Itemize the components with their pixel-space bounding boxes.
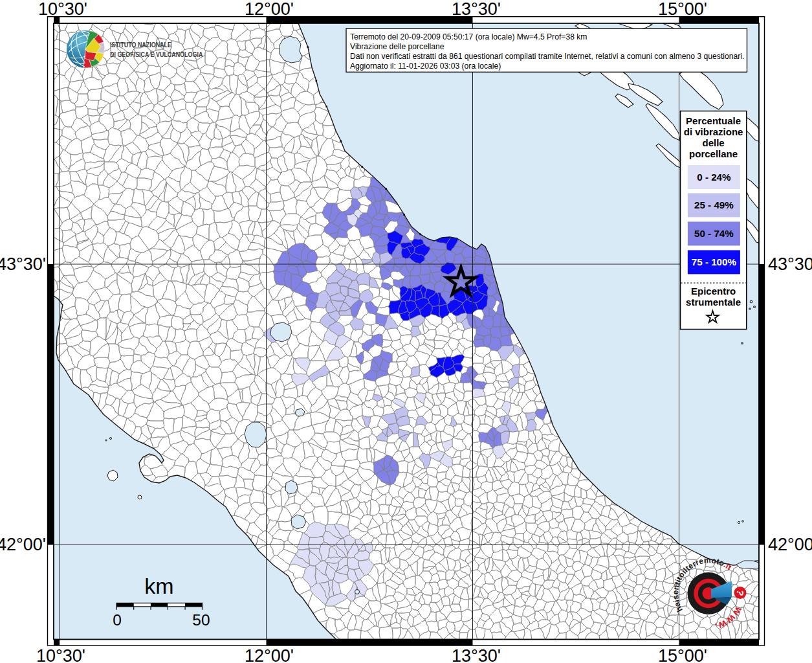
svg-text:0: 0	[113, 611, 122, 629]
svg-text:15°00': 15°00'	[658, 646, 707, 663]
svg-text:43°30': 43°30'	[0, 254, 46, 274]
svg-text:Epicentro: Epicentro	[691, 286, 736, 297]
svg-text:42°00': 42°00'	[768, 535, 812, 554]
svg-text:25 - 49%: 25 - 49%	[694, 199, 734, 210]
svg-text:43°30': 43°30'	[768, 254, 812, 274]
svg-text:Vibrazione delle porcellane: Vibrazione delle porcellane	[350, 42, 444, 51]
svg-text:delle: delle	[703, 137, 725, 148]
svg-text:ISTITUTO NAZIONALE: ISTITUTO NAZIONALE	[110, 41, 171, 49]
svg-text:12°00': 12°00'	[245, 646, 294, 663]
svg-text:Percentuale: Percentuale	[686, 115, 741, 126]
svg-text:0 - 24%: 0 - 24%	[697, 172, 731, 183]
svg-text:13°30': 13°30'	[452, 0, 501, 19]
svg-text:strumentale: strumentale	[686, 297, 741, 308]
svg-text:di vibrazione: di vibrazione	[684, 126, 743, 137]
svg-text:DI GEOFISICA E VULCANOLOGIA: DI GEOFISICA E VULCANOLOGIA	[110, 51, 203, 58]
svg-text:Aggiornato il: 11-01-2026 03:0: Aggiornato il: 11-01-2026 03:03 (ora loc…	[350, 62, 501, 71]
svg-text:Dati non verificati estratti d: Dati non verificati estratti da 861 ques…	[350, 52, 744, 61]
svg-text:50: 50	[192, 611, 210, 629]
svg-text:42°00': 42°00'	[0, 535, 46, 554]
svg-text:10°30': 10°30'	[36, 646, 85, 663]
svg-text:10°30': 10°30'	[38, 0, 87, 19]
svg-text:12°00': 12°00'	[245, 0, 294, 19]
svg-text:75 - 100%: 75 - 100%	[692, 256, 737, 267]
svg-text:km: km	[144, 574, 173, 598]
svg-text:13°30': 13°30'	[452, 646, 501, 663]
svg-text:porcellane: porcellane	[689, 148, 738, 159]
svg-text:50 - 74%: 50 - 74%	[694, 228, 734, 239]
svg-text:15°00': 15°00'	[658, 0, 707, 19]
svg-text:Terremoto del 20-09-2009 05:50: Terremoto del 20-09-2009 05:50:17 (ora l…	[350, 32, 587, 41]
